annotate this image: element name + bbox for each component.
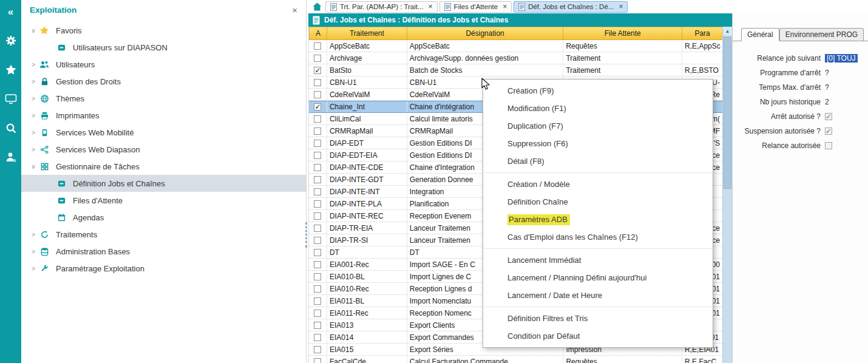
menu-item-cr-ation-mod-le[interactable]: Création / Modèle	[483, 175, 713, 193]
chevron-right-icon[interactable]: >	[29, 248, 38, 255]
row-checkbox[interactable]	[314, 297, 321, 305]
row-checkbox[interactable]	[314, 225, 321, 232]
row-checkbox[interactable]	[314, 310, 321, 317]
sidebar-item-utilisateurs[interactable]: >Utilisateurs	[21, 56, 306, 73]
table-row[interactable]: ✓BatStoBatch de StocksTraitementR,E,BSTO	[309, 64, 722, 76]
row-checkbox[interactable]	[314, 346, 321, 353]
sidebar-item-th-mes[interactable]: >Thèmes	[21, 90, 306, 107]
chevron-right-icon[interactable]: >	[29, 112, 38, 119]
column-header-d-signation[interactable]: Désignation	[407, 27, 564, 40]
table-row[interactable]: AppSceBatcAppSceBatcRequêtesR,E,AppSc	[309, 40, 722, 52]
row-checkbox[interactable]	[314, 188, 321, 195]
sidebar-item-files-d-attente[interactable]: Files d'Attente	[21, 192, 306, 209]
field-value-selected[interactable]: [0] TOUJ	[825, 54, 858, 63]
chevron-right-icon[interactable]: >	[29, 129, 38, 136]
detail-tab-environnement-prog[interactable]: Environnement PROG	[779, 28, 864, 41]
menu-item-d-tail-f8[interactable]: Détail (F8)	[483, 152, 713, 170]
row-checkbox[interactable]	[314, 249, 321, 256]
tab-close-icon[interactable]: ×	[429, 2, 433, 11]
column-header-para[interactable]: Para	[682, 27, 722, 40]
row-checkbox[interactable]	[314, 322, 321, 329]
menu-item-modification-f1[interactable]: Modification (F1)	[483, 100, 713, 117]
table-row[interactable]: FacCalCdeCalcul Facturation CommandeRequ…	[309, 356, 722, 363]
menu-item-suppression-f6[interactable]: Suppression (F6)	[483, 135, 713, 152]
row-checkbox[interactable]	[314, 200, 321, 208]
row-checkbox[interactable]	[314, 42, 321, 50]
field-value[interactable]: 2	[825, 98, 829, 106]
sidebar-resize-handle[interactable]	[305, 222, 308, 248]
sidebar-item-agendas[interactable]: Agendas	[21, 209, 306, 226]
sidebar-item-services-web-diapason[interactable]: >Services Web Diapason	[21, 141, 306, 158]
row-checkbox[interactable]	[314, 334, 321, 341]
menu-item-lancement-planning-d-fini-aujourd-hui[interactable]: Lancement / Planning Défini aujourd'hui	[483, 269, 713, 287]
row-checkbox[interactable]	[314, 127, 321, 135]
row-checkbox[interactable]: ✓	[314, 67, 321, 74]
menu-item-lancement-imm-diat[interactable]: Lancement Immédiat	[483, 251, 713, 269]
row-checkbox[interactable]	[314, 212, 321, 220]
row-checkbox[interactable]	[314, 358, 321, 363]
row-checkbox[interactable]	[314, 140, 321, 147]
row-checkbox[interactable]	[314, 115, 321, 123]
tab-files-d-attente[interactable]: Files d'Attente×	[439, 1, 512, 13]
search-icon[interactable]	[3, 120, 19, 136]
column-header-traitement[interactable]: Traitement	[327, 27, 407, 40]
scrollbar-thumb[interactable]	[724, 37, 731, 189]
field-checkbox[interactable]: ✓	[825, 113, 832, 120]
menu-item-lancement-date-et-heure[interactable]: Lancement / Date et Heure	[483, 287, 713, 304]
row-checkbox[interactable]	[314, 164, 321, 171]
field-value[interactable]: ?	[825, 69, 829, 77]
row-checkbox[interactable]	[314, 79, 321, 86]
column-header-file-attente[interactable]: File Attente	[563, 27, 682, 40]
menu-item-cas-d-emploi-dans-les-cha-nes-f12[interactable]: Cas d'Emploi dans les Chaînes (F12)	[483, 228, 713, 246]
row-checkbox[interactable]	[314, 237, 321, 244]
sidebar-item-favoris[interactable]: ∨Favoris	[21, 22, 306, 39]
sidebar-item-services-web-mobilit[interactable]: >Services Web Mobilité	[21, 124, 306, 141]
menu-item-d-finition-filtres-et-tris[interactable]: Définition Filtres et Tris	[483, 310, 713, 327]
sidebar-item-param-trage-exploitation[interactable]: >Paramétrage Exploitation	[21, 260, 306, 277]
row-checkbox[interactable]	[314, 152, 321, 159]
row-checkbox[interactable]	[314, 273, 321, 280]
chevron-right-icon[interactable]: >	[29, 78, 38, 85]
row-checkbox[interactable]	[314, 55, 321, 62]
tab-close-icon[interactable]: ×	[619, 2, 623, 11]
row-checkbox[interactable]	[314, 261, 321, 268]
field-checkbox[interactable]	[825, 142, 832, 149]
star-icon[interactable]	[3, 62, 19, 78]
menu-item-condition-par-d-faut[interactable]: Condition par Défaut	[483, 327, 713, 345]
chevron-right-icon[interactable]: >	[29, 95, 38, 102]
chevron-down-icon[interactable]: ∨	[29, 163, 38, 171]
table-row[interactable]: ArchivageArchivage/Supp. données gestion…	[309, 52, 722, 64]
sidebar-item-gestionnaire-de-t-ches[interactable]: ∨Gestionnaire de Tâches	[21, 158, 306, 175]
sidebar-item-d-finition-jobs-et-cha-nes[interactable]: Définition Jobs et Chaînes	[21, 175, 306, 192]
sidebar-item-imprimantes[interactable]: >Imprimantes	[21, 107, 306, 124]
chevron-down-icon[interactable]: ∨	[29, 27, 38, 35]
sidebar-item-administration-bases[interactable]: >Administration Bases	[21, 243, 306, 260]
row-checkbox[interactable]	[314, 285, 321, 293]
sidebar-item-traitements[interactable]: >Traitements	[21, 226, 306, 243]
menu-item-d-finition-cha-ne[interactable]: Définition Chaîne	[483, 193, 713, 211]
menu-item-param-tres-adb[interactable]: Paramètres ADB	[483, 211, 713, 228]
gear-icon[interactable]	[3, 33, 19, 49]
tab-trt-par-adm-ap-trait[interactable]: Trt. Par. (ADM-AP) : Trait...×	[325, 1, 438, 13]
detail-tab-g-n-ral[interactable]: Général	[741, 28, 779, 41]
field-checkbox[interactable]: ✓	[825, 127, 832, 135]
chevron-right-icon[interactable]: >	[29, 146, 38, 153]
chevron-right-icon[interactable]: >	[29, 231, 38, 238]
home-icon[interactable]	[310, 1, 324, 12]
table-scrollbar[interactable]: ▲	[722, 27, 732, 363]
row-checkbox[interactable]	[314, 176, 321, 183]
collapse-icon[interactable]: «	[3, 4, 19, 19]
row-checkbox[interactable]	[314, 91, 321, 98]
sidebar-close-icon[interactable]: ×	[292, 5, 297, 15]
chevron-right-icon[interactable]: >	[29, 61, 38, 68]
sidebar-item-gestion-des-droits[interactable]: >Gestion des Droits	[21, 73, 306, 90]
chevron-right-icon[interactable]: >	[29, 265, 38, 272]
column-header-a[interactable]: A	[309, 27, 327, 40]
tab-d-f-jobs-et-cha-nes-d[interactable]: Déf. Jobs et Chaînes : Dé...×	[514, 1, 628, 13]
field-value[interactable]: ?	[825, 83, 829, 92]
monitor-icon[interactable]	[3, 91, 19, 107]
menu-item-cr-ation-f9[interactable]: Création (F9)	[483, 82, 713, 100]
row-checkbox[interactable]: ✓	[314, 103, 321, 110]
tab-close-icon[interactable]: ×	[503, 2, 507, 11]
sidebar-item-utilisateurs-sur-diapason[interactable]: Utilisateurs sur DIAPASON	[21, 39, 306, 56]
